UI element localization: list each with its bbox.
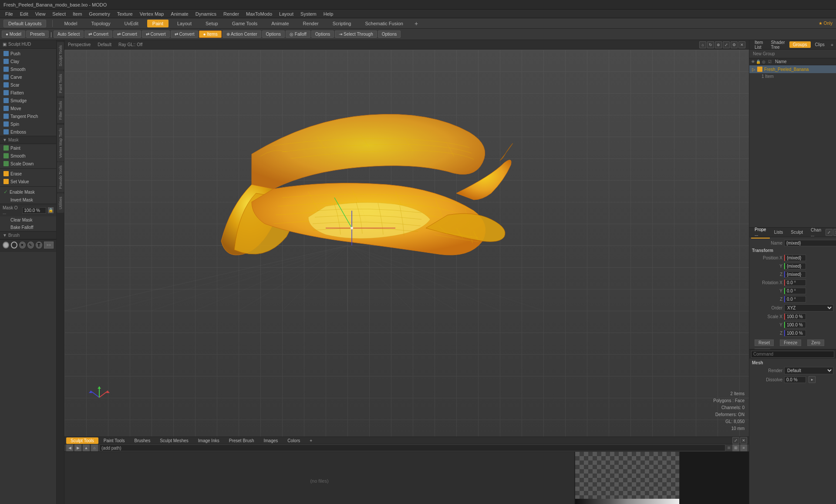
options-btn-1[interactable]: Options	[262, 30, 285, 38]
name-input[interactable]	[784, 240, 836, 246]
menu-file[interactable]: File	[2, 10, 17, 17]
viewport-sync-btn[interactable]: ↻	[707, 41, 714, 48]
side-tab-paint-tools[interactable]: Paint Tools	[57, 71, 64, 97]
tab-setup[interactable]: Setup	[200, 20, 223, 27]
bottom-view-grid-btn[interactable]: ⊞	[732, 444, 739, 451]
rotation-x-input[interactable]	[784, 279, 806, 286]
menu-maxtomodo[interactable]: MaxToModo	[243, 10, 276, 17]
bottom-tab-preset-brush[interactable]: Preset Brush	[225, 437, 259, 444]
clear-mask-btn[interactable]: Clear Mask	[0, 216, 56, 224]
side-tab-utilities[interactable]: Utilities	[57, 193, 64, 213]
action-center-btn[interactable]: ⊕ Action Center	[222, 30, 261, 38]
tab-topology[interactable]: Topology	[86, 20, 115, 27]
side-tab-vertex-map-tools[interactable]: Vertex Map Tools	[57, 124, 64, 161]
tool-move[interactable]: Move	[0, 104, 56, 112]
scale-y-input[interactable]	[784, 322, 806, 328]
viewport-canvas[interactable]: 2 Items Polygons : Face Channels: 0 Defo…	[64, 50, 749, 437]
bottom-nav-back-btn[interactable]: ◀	[66, 444, 73, 451]
tab-game-tools[interactable]: Game Tools	[227, 20, 263, 27]
tab-paint[interactable]: Paint	[147, 20, 169, 27]
convert-btn-2[interactable]: ⇄ Convert	[113, 30, 141, 38]
tab-animate[interactable]: Animate	[266, 20, 294, 27]
tool-scale-down[interactable]: Scale Down	[0, 160, 56, 168]
right-tab-add[interactable]: +	[829, 42, 835, 47]
menu-select[interactable]: Select	[49, 10, 69, 17]
tool-carve[interactable]: Carve	[0, 73, 56, 81]
bottom-tab-images[interactable]: Images	[260, 437, 283, 444]
tab-layout[interactable]: Layout	[172, 20, 197, 27]
bottom-view-list-btn[interactable]: ≡	[740, 444, 747, 451]
tool-spin[interactable]: Spin	[0, 120, 56, 128]
select-through-btn[interactable]: ⇥ Select Through	[335, 30, 377, 38]
menu-render[interactable]: Render	[220, 10, 243, 17]
presets-btn[interactable]: Presets	[26, 30, 49, 38]
menu-system[interactable]: System	[297, 10, 320, 17]
side-tab-pseudo-tools[interactable]: Pseudo Tools	[57, 162, 64, 192]
right-tab-shader-tree[interactable]: Shader Tree	[767, 39, 788, 50]
enable-mask-toggle[interactable]: ✓ Enable Mask	[0, 188, 56, 196]
freeze-btn[interactable]: Freeze	[780, 339, 801, 346]
command-input[interactable]	[751, 351, 834, 358]
right-tab-groups[interactable]: Groups	[789, 41, 811, 48]
menu-dynamics[interactable]: Dynamics	[192, 10, 220, 17]
tool-push[interactable]: Push	[0, 50, 56, 57]
mask-lock-btn[interactable]: 🔒	[48, 207, 54, 213]
rotation-z-input[interactable]	[784, 296, 806, 302]
viewport-home-btn[interactable]: ⌂	[699, 41, 706, 48]
bottom-nav-up-btn[interactable]: ▲	[83, 444, 90, 451]
tool-smudge[interactable]: Smudge	[0, 97, 56, 104]
path-input[interactable]	[99, 444, 725, 451]
zero-btn[interactable]: Zero	[807, 339, 824, 346]
bottom-expand-btn[interactable]: ⤢	[732, 437, 739, 444]
convert-btn-1[interactable]: ⇄ Convert	[84, 30, 112, 38]
falloff-btn[interactable]: ◎ Falloff	[286, 30, 310, 38]
right-tab-clips[interactable]: Clips	[812, 41, 828, 48]
menu-animate[interactable]: Animate	[167, 10, 192, 17]
menu-vertex-map[interactable]: Vertex Map	[136, 10, 168, 17]
dissolve-input[interactable]	[784, 376, 806, 383]
viewport-settings-btn[interactable]: ⚙	[731, 41, 738, 48]
tool-erase[interactable]: Erase	[0, 170, 56, 178]
tab-scripting[interactable]: Scripting	[327, 20, 357, 27]
bottom-nav-fwd-btn[interactable]: ▶	[74, 444, 81, 451]
invert-mask-btn[interactable]: Invert Mask	[0, 196, 56, 204]
bottom-tab-brushes[interactable]: Brushes	[130, 437, 155, 444]
items-btn[interactable]: ● Items	[199, 30, 221, 38]
add-layout-tab[interactable]: +	[412, 20, 421, 27]
tool-smooth[interactable]: Smooth	[0, 65, 56, 73]
bottom-tab-image-inks[interactable]: Image Inks	[194, 437, 224, 444]
side-tab-filter-tools[interactable]: Filter Tools	[57, 97, 64, 123]
default-layouts-btn[interactable]: Default Layouts	[3, 20, 46, 27]
tab-uvedit[interactable]: UvEdit	[119, 20, 143, 27]
bottom-tab-colors[interactable]: Colors	[283, 437, 304, 444]
props-tab-lists[interactable]: Lists	[771, 229, 787, 235]
menu-edit[interactable]: Edit	[17, 10, 32, 17]
convert-btn-4[interactable]: ⇄ Convert	[171, 30, 199, 38]
bottom-tab-sculpt-tools[interactable]: Sculpt Tools	[66, 437, 98, 444]
brush-edit-btn[interactable]: ✎	[27, 242, 34, 249]
props-tab-properties[interactable]: Prope ...	[751, 226, 770, 239]
bottom-nav-home-btn[interactable]: ⌂	[91, 444, 98, 451]
position-z-input[interactable]	[784, 271, 806, 278]
brush-circle-solid-btn[interactable]	[3, 242, 9, 249]
right-tab-item-list[interactable]: Item List	[751, 39, 766, 50]
scale-z-input[interactable]	[784, 330, 806, 336]
tool-mask-paint[interactable]: Paint	[0, 144, 56, 152]
model-btn[interactable]: ● Model	[2, 30, 25, 38]
convert-btn-3[interactable]: ⇄ Convert	[142, 30, 170, 38]
reset-btn[interactable]: Reset	[755, 339, 774, 346]
props-close-btn[interactable]: ✕	[833, 229, 836, 236]
options-btn-3[interactable]: Options	[378, 30, 401, 38]
item-row-banana[interactable]: ▷ Fresh_Peeled_Banana	[749, 65, 836, 73]
options-btn-2[interactable]: Options	[311, 30, 334, 38]
tool-set-value[interactable]: Set Value	[0, 178, 56, 185]
scale-x-input[interactable]	[784, 313, 806, 320]
viewport-zoom-btn[interactable]: ⊕	[715, 41, 722, 48]
bottom-tab-sculpt-meshes[interactable]: Sculpt Meshes	[155, 437, 193, 444]
tool-emboss[interactable]: Emboss	[0, 128, 56, 136]
bottom-close-btn[interactable]: ✕	[740, 437, 747, 444]
position-x-input[interactable]	[784, 255, 806, 261]
menu-help[interactable]: Help	[320, 10, 337, 17]
tool-scar[interactable]: Scar	[0, 81, 56, 89]
bottom-tab-paint-tools[interactable]: Paint Tools	[99, 437, 129, 444]
